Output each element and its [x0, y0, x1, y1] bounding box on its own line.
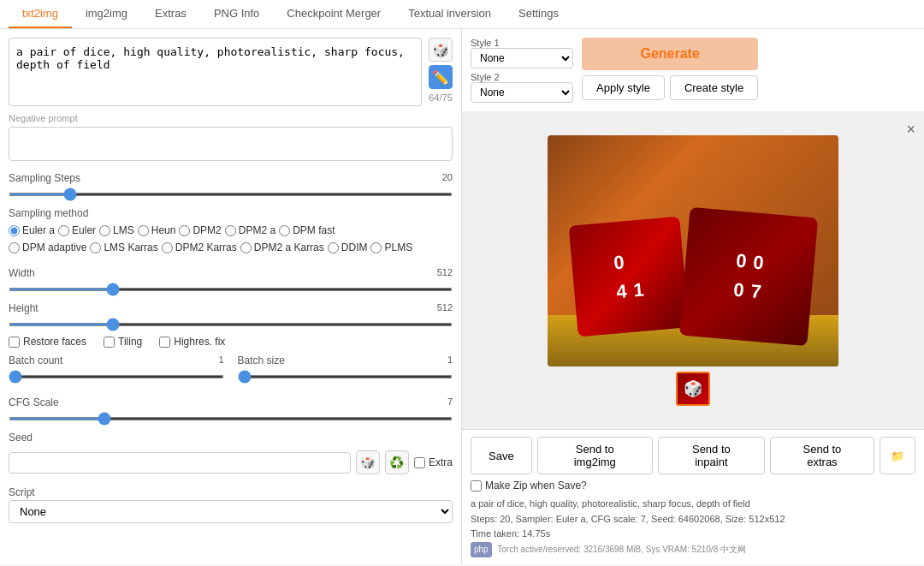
method-dpm2a[interactable]: DPM2 a: [225, 224, 275, 236]
seed-random-btn[interactable]: 🎲: [356, 450, 380, 474]
restore-faces-checkbox[interactable]: [9, 337, 20, 348]
method-dpm2-karras[interactable]: DPM2 Karras: [162, 241, 237, 253]
send-inpaint-button[interactable]: Send to inpaint: [658, 437, 765, 474]
method-dpm-adaptive[interactable]: DPM adaptive: [9, 241, 86, 253]
width-label: Width 512: [9, 267, 453, 279]
script-select[interactable]: None: [9, 500, 453, 523]
style1-select[interactable]: None: [471, 48, 573, 69]
tiling-label: Tiling: [118, 336, 142, 348]
send-img2img-button[interactable]: Send to img2img: [537, 437, 653, 474]
batch-count-slider[interactable]: [9, 375, 224, 378]
negative-prompt-input[interactable]: [9, 127, 453, 161]
cfg-section: CFG Scale 7: [9, 396, 453, 423]
prompt-echo: a pair of dice, high quality, photoreali…: [471, 497, 915, 512]
tiling-option[interactable]: Tiling: [104, 336, 142, 348]
batch-size-slider[interactable]: [238, 375, 453, 378]
dice-right-face: 0 0 0 7: [723, 241, 773, 313]
width-slider[interactable]: [9, 288, 453, 291]
tab-extras[interactable]: Extras: [141, 0, 200, 28]
torch-info-text: Torch active/reserved: 3216/3698 MiB, Sy…: [497, 545, 718, 554]
method-plms[interactable]: PLMS: [370, 241, 412, 253]
generation-params: Steps: 20, Sampler: Euler a, CFG scale: …: [471, 512, 915, 527]
prompt-input[interactable]: a pair of dice, high quality, photoreali…: [9, 38, 422, 106]
tab-textual-inversion[interactable]: Textual inversion: [394, 0, 505, 28]
method-dpm-fast[interactable]: DPM fast: [279, 224, 335, 236]
negative-prompt-label: Negative prompt: [9, 113, 453, 123]
method-dpm2a-karras[interactable]: DPM2 a Karras: [240, 241, 324, 253]
method-lms-karras[interactable]: LMS Karras: [90, 241, 157, 253]
tab-png-info[interactable]: PNG Info: [200, 0, 273, 28]
right-content: Style 1 None Style 2 None Generate: [462, 29, 924, 564]
die-num-4: 4: [615, 280, 627, 303]
batch-size-value: 1: [447, 354, 453, 366]
script-label: Script: [9, 486, 453, 498]
height-value: 512: [437, 302, 453, 314]
method-dpm2[interactable]: DPM2: [179, 224, 221, 236]
seed-input[interactable]: 64602068: [9, 452, 351, 474]
style1-label: Style 1: [471, 38, 573, 48]
height-section: Height 512: [9, 302, 453, 329]
right-panel: Style 1 None Style 2 None Generate: [462, 29, 924, 564]
save-button[interactable]: Save: [471, 437, 532, 474]
extra-label: Extra: [429, 456, 453, 468]
seed-recycle-btn[interactable]: ♻️: [385, 450, 409, 474]
tab-checkpoint-merger[interactable]: Checkpoint Merger: [273, 0, 394, 28]
sampling-method-group2: DPM adaptive LMS Karras DPM2 Karras DPM2…: [9, 241, 453, 253]
bottom-bar: Save Send to img2img Send to inpaint Sen…: [462, 429, 924, 564]
generation-time: Time taken: 14.75s: [471, 527, 915, 542]
method-ddim[interactable]: DDIM: [328, 241, 368, 253]
generation-info: a pair of dice, high quality, photoreali…: [471, 497, 915, 557]
torch-info: php Torch active/reserved: 3216/3698 MiB…: [471, 542, 915, 557]
die-num-1: 1: [632, 279, 644, 302]
seed-row: 64602068 🎲 ♻️ Extra: [9, 450, 453, 474]
method-heun[interactable]: Heun: [138, 224, 176, 236]
batch-count-label: Batch count 1: [9, 354, 224, 366]
style2-select[interactable]: None: [471, 82, 573, 103]
sampling-steps-section: Sampling Steps 20: [9, 172, 453, 199]
highres-fix-option[interactable]: Highres. fix: [159, 336, 225, 348]
sampling-steps-slider[interactable]: [9, 193, 453, 196]
style2-label: Style 2: [471, 72, 573, 82]
sampling-steps-label: Sampling Steps 20: [9, 172, 453, 184]
left-panel: a pair of dice, high quality, photoreali…: [0, 29, 462, 564]
php-badge: php: [471, 542, 492, 557]
make-zip-row: Make Zip when Save?: [471, 480, 915, 492]
dice-left: 0 4 1: [569, 217, 690, 337]
generate-button[interactable]: Generate: [582, 38, 758, 70]
edit-icon-btn[interactable]: ✏️: [429, 65, 453, 89]
close-image-btn[interactable]: ×: [906, 121, 915, 139]
batch-size-section: Batch size 1: [238, 354, 453, 381]
send-extras-button[interactable]: Send to extras: [770, 437, 874, 474]
seed-label: Seed: [9, 432, 453, 444]
sampling-steps-value: 20: [442, 172, 453, 184]
folder-button[interactable]: 📁: [880, 437, 915, 474]
tab-img2img[interactable]: img2img: [72, 0, 141, 28]
create-style-button[interactable]: Create style: [670, 75, 758, 100]
die-num-0r2: 0: [752, 252, 764, 275]
tab-settings[interactable]: Settings: [505, 0, 572, 28]
dice-right: 0 0 0 7: [679, 207, 819, 347]
generated-image: 0 4 1 0 0 0 7: [548, 135, 838, 366]
style-controls: Style 1 None Style 2 None: [471, 38, 573, 103]
right-header: Style 1 None Style 2 None Generate: [462, 29, 924, 112]
action-buttons-row: Save Send to img2img Send to inpaint Sen…: [471, 437, 915, 474]
height-slider[interactable]: [9, 323, 453, 326]
restore-faces-option[interactable]: Restore faces: [9, 336, 86, 348]
seed-section: Seed 64602068 🎲 ♻️ Extra: [9, 432, 453, 481]
batch-count-section: Batch count 1: [9, 354, 224, 381]
image-thumbnail[interactable]: 🎲: [676, 372, 710, 406]
method-euler-a[interactable]: Euler a: [9, 224, 55, 236]
extra-option[interactable]: Extra: [414, 456, 453, 468]
method-lms[interactable]: LMS: [99, 224, 134, 236]
apply-style-button[interactable]: Apply style: [582, 75, 665, 100]
extra-checkbox[interactable]: [414, 457, 425, 468]
tab-txt2img[interactable]: txt2img: [9, 0, 72, 28]
make-zip-label: Make Zip when Save?: [485, 480, 587, 492]
method-euler[interactable]: Euler: [58, 224, 96, 236]
tiling-checkbox[interactable]: [104, 337, 115, 348]
emoji-icon-btn[interactable]: 🎲: [429, 38, 453, 62]
cfg-slider[interactable]: [9, 417, 453, 420]
make-zip-checkbox[interactable]: [471, 480, 482, 492]
highres-fix-checkbox[interactable]: [159, 337, 170, 348]
batch-size-label: Batch size 1: [238, 354, 453, 366]
